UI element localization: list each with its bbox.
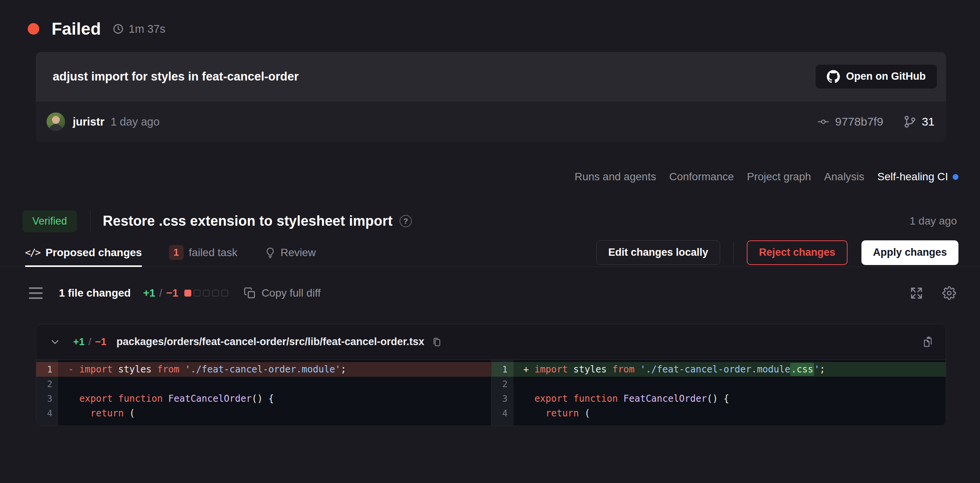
action-buttons: Edit changes locally Reject changes Appl… [596,240,958,265]
help-icon[interactable]: ? [400,215,412,227]
diff-block [212,290,219,297]
run-status-label: Failed [52,19,101,39]
file-deletions: −1 [95,336,107,348]
file-list-menu-icon[interactable] [29,287,43,299]
diff-panel-new: 1+ import styles from './feat-cancel-ord… [491,360,946,426]
edit-changes-locally-button[interactable]: Edit changes locally [596,240,720,265]
fix-time-ago: 1 day ago [910,215,957,227]
diff-block [194,290,201,297]
commit-sha[interactable]: 9778b7f9 [835,115,883,128]
status-failed-dot [28,23,39,35]
tab-proposed-changes[interactable]: </> Proposed changes [25,238,142,267]
diff-line: 2 [492,377,946,391]
commit-card: adjust import for styles in feat-cancel-… [36,52,946,142]
line-number: 3 [492,391,513,406]
copy-icon [244,287,256,299]
nav-item-analysis[interactable]: Analysis [824,171,864,183]
nav-item-self-healing-ci[interactable]: Self-healing CI [877,171,958,183]
author-name: juristr [73,116,104,128]
diff-body: 1- import styles from './feat-cancel-ord… [36,360,946,426]
commit-icon [816,116,830,127]
code-line [58,377,491,391]
line-number: 4 [492,406,513,421]
fix-title: Restore .css extension to stylesheet imp… [103,213,393,229]
commit-time-ago: 1 day ago [110,116,159,128]
line-number: 2 [36,377,58,391]
copy-full-diff-button[interactable]: Copy full diff [244,287,321,299]
line-number: 3 [36,391,58,406]
tab-review-label: Review [281,247,316,259]
diff-line: 2 [36,377,491,391]
file-path: packages/orders/feat-cancel-order/src/li… [117,336,425,348]
nav-item-project-graph[interactable]: Project graph [747,171,811,183]
diff-line: 4 return ( [36,406,491,421]
diff-block [221,290,228,297]
tab-review[interactable]: Review [264,238,316,267]
code-icon: </> [25,247,40,258]
line-number: 1 [492,362,513,377]
github-icon [827,70,840,83]
file-diff-header[interactable]: +1 / −1 packages/orders/feat-cancel-orde… [36,324,946,360]
additions-count: +1 [143,287,156,299]
line-number: 4 [36,406,58,421]
commit-card-meta: juristr 1 day ago 9778b7f9 31 [36,101,946,142]
lightbulb-icon [264,247,276,258]
line-number: 2 [492,377,513,391]
code-line: + import styles from './feat-cancel-orde… [513,362,946,377]
avatar[interactable] [47,112,65,131]
verified-badge: Verified [22,210,77,232]
commit-card-header: adjust import for styles in feat-cancel-… [36,52,946,101]
files-changed-label: 1 file changed [59,287,131,299]
failed-count-badge: 1 [169,245,184,260]
diff-block [184,290,191,297]
code-line [513,377,946,391]
diff-line: 3 export function FeatCancelOrder() { [492,391,946,406]
diff-blocks [184,290,228,297]
deletions-count: −1 [166,287,178,299]
gear-icon[interactable] [942,286,956,300]
branch-icon [903,115,916,128]
code-line: - import styles from './feat-cancel-orde… [58,362,491,377]
clock-icon [112,23,124,35]
open-on-github-label: Open on GitHub [846,70,926,82]
nav-item-conformance[interactable]: Conformance [669,171,734,183]
code-line: return ( [513,406,946,421]
code-line: return ( [58,406,491,421]
button-divider [733,242,734,263]
commit-title: adjust import for styles in feat-cancel-… [53,70,299,84]
clipboard-copy-icon[interactable] [921,335,934,349]
diff-line: 3 export function FeatCancelOrder() { [36,391,491,406]
file-additions: +1 [73,336,85,348]
fix-header: Verified Restore .css extension to style… [22,210,957,232]
nav-item-runs-and-agents[interactable]: Runs and agents [575,171,656,183]
tab-failed-task-label: failed task [189,247,237,259]
diff-panel-old: 1- import styles from './feat-cancel-ord… [36,360,491,426]
copy-full-diff-label: Copy full diff [261,287,321,299]
apply-changes-button[interactable]: Apply changes [861,240,958,265]
branch-count[interactable]: 31 [922,115,935,128]
tab-strip: </> Proposed changes 1 failed task Revie… [0,238,980,267]
stat-separator: / [159,287,162,299]
code-line: export function FeatCancelOrder() { [513,391,946,406]
diff-line: 1+ import styles from './feat-cancel-ord… [492,362,946,377]
file-stat-separator: / [89,336,91,348]
open-on-github-button[interactable]: Open on GitHub [816,65,937,89]
diff-summary-row: 1 file changed +1 / −1 Copy full diff [29,286,956,300]
copy-path-icon[interactable] [432,337,442,347]
run-status-row: Failed 1m 37s [28,19,957,39]
vertical-divider [90,210,90,232]
chevron-down-icon[interactable] [49,336,61,348]
line-number: 1 [36,362,58,377]
notification-dot [953,174,958,180]
tab-failed-task[interactable]: 1 failed task [169,238,237,267]
tab-proposed-changes-label: Proposed changes [45,247,142,259]
file-diff-card: +1 / −1 packages/orders/feat-cancel-orde… [36,324,946,426]
diff-line: 1- import styles from './feat-cancel-ord… [36,362,491,377]
code-line: export function FeatCancelOrder() { [58,391,491,406]
diff-block [203,290,210,297]
reject-changes-button[interactable]: Reject changes [747,240,848,265]
diff-line: 4 return ( [492,406,946,421]
expand-icon[interactable] [910,287,923,300]
project-nav: Runs and agentsConformanceProject graphA… [0,171,958,183]
run-duration: 1m 37s [129,23,165,35]
